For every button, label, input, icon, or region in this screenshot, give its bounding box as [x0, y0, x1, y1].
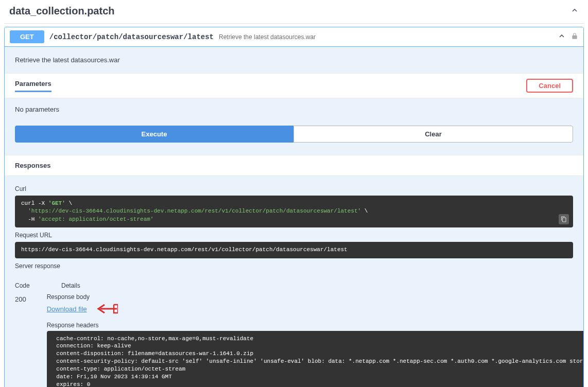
opblock: GET /collector/patch/datasourceswar/late…	[4, 27, 584, 387]
lock-icon[interactable]	[571, 32, 578, 41]
response-headers-block: cache-control: no-cache,no-store,max-age…	[47, 331, 584, 387]
details-header: Details	[61, 282, 80, 289]
chevron-up-icon	[570, 6, 579, 16]
download-file-link[interactable]: Download file	[47, 305, 87, 313]
response-headers-label: Response headers	[47, 322, 584, 329]
tag-title: data_collection.patch	[9, 5, 115, 17]
chevron-up-icon	[558, 32, 566, 42]
arrow-annotation-icon	[93, 303, 118, 316]
code-header: Code	[15, 282, 41, 289]
copy-icon[interactable]	[559, 214, 569, 224]
response-code: 200	[15, 293, 26, 303]
request-url-block: https://dev-cis-36644.cloudinsights-dev.…	[15, 242, 573, 258]
server-response-label: Server response	[15, 262, 573, 270]
request-url-label: Request URL	[15, 232, 573, 239]
clear-button[interactable]: Clear	[293, 126, 573, 143]
endpoint-path: /collector/patch/datasourceswar/latest	[49, 33, 214, 41]
execute-button[interactable]: Execute	[15, 126, 293, 143]
opblock-summary[interactable]: GET /collector/patch/datasourceswar/late…	[5, 27, 583, 47]
no-parameters-text: No parameters	[5, 98, 583, 120]
curl-block: curl -X 'GET' \ 'https://dev-cis-36644.c…	[15, 196, 573, 227]
endpoint-description: Retrieve the latest datasources.war	[5, 47, 583, 73]
responses-title: Responses	[5, 155, 583, 176]
cancel-button[interactable]: Cancel	[526, 79, 573, 93]
curl-label: Curl	[15, 185, 573, 192]
method-badge: GET	[10, 30, 44, 43]
response-body-label: Response body	[47, 293, 584, 301]
endpoint-summary: Retrieve the latest datasources.war	[219, 33, 316, 41]
parameters-title: Parameters	[15, 80, 51, 92]
tag-header[interactable]: data_collection.patch	[4, 0, 584, 24]
